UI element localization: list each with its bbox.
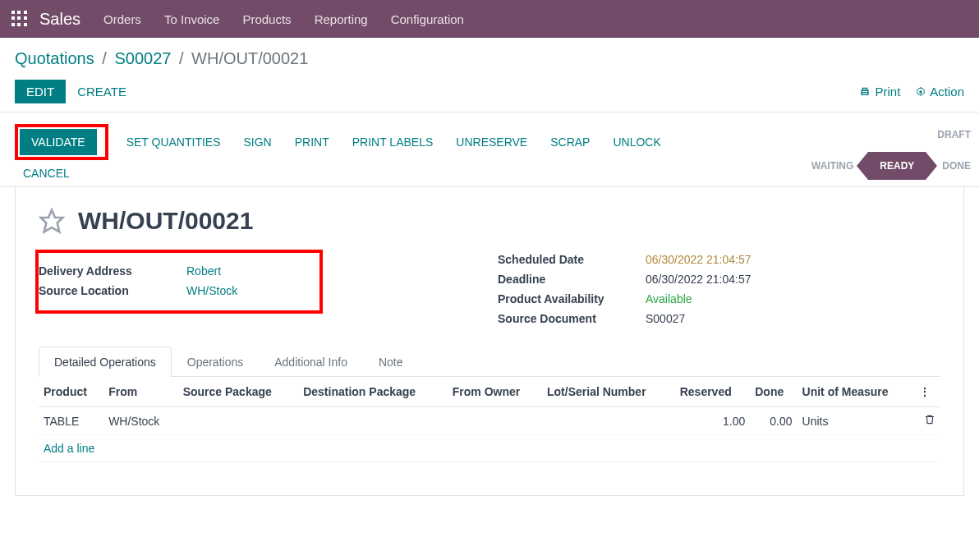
- cell-source-package: [178, 407, 299, 435]
- source-document-value: S00027: [646, 312, 685, 325]
- status-ready[interactable]: READY: [868, 152, 926, 180]
- action-label: Action: [930, 85, 964, 99]
- cell-lot-serial: [542, 407, 675, 435]
- cell-done: 0.00: [750, 407, 797, 435]
- print-op-button[interactable]: PRINT: [283, 129, 341, 155]
- validate-highlight-box: VALIDATE: [15, 124, 108, 160]
- nav-products[interactable]: Products: [242, 12, 291, 26]
- th-from[interactable]: From: [103, 377, 178, 407]
- th-from-owner[interactable]: From Owner: [448, 377, 542, 407]
- delivery-address-label: Delivery Address: [39, 264, 186, 278]
- table-header-row: Product From Source Package Destination …: [39, 377, 940, 407]
- validate-button[interactable]: VALIDATE: [20, 129, 97, 155]
- delivery-address-value[interactable]: Robert: [186, 264, 221, 278]
- scheduled-date-value: 06/30/2022 21:04:57: [646, 253, 751, 266]
- source-location-value[interactable]: WH/Stock: [186, 284, 237, 297]
- favorite-star-icon[interactable]: [39, 208, 65, 234]
- breadcrumb: Quotations / S00027 / WH/OUT/00021: [15, 49, 964, 68]
- tab-additional-info[interactable]: Additional Info: [259, 347, 363, 377]
- deadline-label: Deadline: [498, 273, 646, 286]
- cell-product: TABLE: [39, 407, 103, 435]
- print-icon: [858, 85, 871, 99]
- nav-reporting[interactable]: Reporting: [315, 12, 368, 26]
- breadcrumb-separator: /: [102, 49, 107, 67]
- svg-marker-2: [41, 210, 63, 232]
- svg-point-1: [920, 90, 923, 94]
- status-draft[interactable]: DRAFT: [929, 121, 979, 149]
- source-document-label: Source Document: [498, 312, 646, 325]
- page-title: WH/OUT/00021: [78, 207, 253, 235]
- breadcrumb-current: WH/OUT/00021: [191, 49, 308, 67]
- nav-configuration[interactable]: Configuration: [391, 12, 464, 26]
- trash-icon: [924, 414, 935, 425]
- th-product[interactable]: Product: [39, 377, 103, 407]
- cell-from-owner: [448, 407, 542, 435]
- availability-value: Available: [646, 292, 692, 305]
- delete-row-button[interactable]: [914, 407, 940, 435]
- status-done[interactable]: DONE: [934, 152, 979, 180]
- th-source-package[interactable]: Source Package: [178, 377, 299, 407]
- create-button[interactable]: CREATE: [77, 85, 126, 99]
- cell-from: WH/Stock: [103, 407, 178, 435]
- print-button[interactable]: Print: [858, 85, 900, 99]
- gear-icon: [915, 86, 926, 98]
- unreserve-button[interactable]: UNRESERVE: [444, 129, 539, 155]
- nav-orders[interactable]: Orders: [103, 12, 141, 26]
- source-location-label: Source Location: [39, 284, 186, 297]
- table-row[interactable]: TABLE WH/Stock 1.00 0.00 Units: [39, 407, 940, 435]
- th-reserved[interactable]: Reserved: [675, 377, 751, 407]
- tab-operations[interactable]: Operations: [172, 347, 259, 377]
- scrap-button[interactable]: SCRAP: [539, 129, 601, 155]
- apps-launcher-icon[interactable]: [11, 11, 28, 27]
- edit-button[interactable]: EDIT: [15, 80, 66, 103]
- scheduled-date-label: Scheduled Date: [498, 253, 646, 266]
- th-options[interactable]: ⋮: [914, 377, 940, 407]
- delivery-highlight-box: Delivery Address Robert Source Location …: [35, 250, 323, 314]
- breadcrumb-separator: /: [179, 49, 184, 67]
- print-labels-button[interactable]: PRINT LABELS: [341, 129, 445, 155]
- th-destination-package[interactable]: Destination Package: [298, 377, 448, 407]
- unlock-button[interactable]: UNLOCK: [601, 129, 672, 155]
- breadcrumb-quotations[interactable]: Quotations: [15, 49, 94, 67]
- nav-to-invoice[interactable]: To Invoice: [164, 12, 220, 26]
- th-done[interactable]: Done: [750, 377, 797, 407]
- print-label: Print: [875, 85, 900, 99]
- th-lot-serial[interactable]: Lot/Serial Number: [542, 377, 675, 407]
- sign-button[interactable]: SIGN: [232, 129, 283, 155]
- status-waiting[interactable]: WAITING: [803, 152, 862, 180]
- tab-detailed-operations[interactable]: Detailed Operations: [39, 347, 172, 377]
- cell-uom: Units: [797, 407, 915, 435]
- availability-label: Product Availability: [498, 292, 646, 305]
- breadcrumb-order[interactable]: S00027: [114, 49, 171, 67]
- th-uom[interactable]: Unit of Measure: [797, 377, 915, 407]
- cell-destination-package: [298, 407, 448, 435]
- app-name[interactable]: Sales: [39, 10, 80, 29]
- action-button[interactable]: Action: [915, 85, 964, 99]
- set-quantities-button[interactable]: SET QUANTITIES: [115, 129, 232, 155]
- cell-reserved: 1.00: [675, 407, 751, 435]
- add-line-button[interactable]: Add a line: [39, 435, 940, 462]
- deadline-value: 06/30/2022 21:04:57: [646, 273, 751, 286]
- tab-note[interactable]: Note: [363, 347, 419, 377]
- cancel-button[interactable]: CANCEL: [15, 160, 70, 186]
